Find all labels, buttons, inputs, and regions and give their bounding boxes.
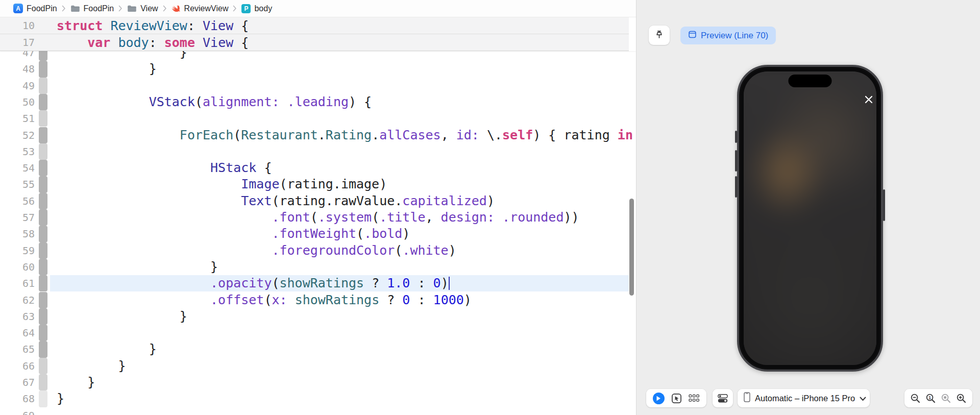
live-preview-button[interactable]: [653, 393, 665, 404]
line-number[interactable]: 67: [0, 374, 35, 390]
code-line-64[interactable]: 64: [0, 325, 629, 341]
chevron-down-icon: [860, 394, 866, 403]
fold-ribbon[interactable]: [39, 94, 47, 110]
code-line-63[interactable]: 63 }: [0, 308, 629, 325]
device-settings-button[interactable]: [713, 389, 733, 407]
code-text: var body: some View {: [57, 34, 249, 51]
fold-ribbon[interactable]: [39, 242, 47, 259]
preview-screen: [744, 71, 876, 365]
fold-ribbon[interactable]: [39, 209, 47, 226]
line-number[interactable]: 60: [0, 259, 35, 275]
line-number[interactable]: 49: [0, 78, 35, 94]
line-number[interactable]: 68: [0, 390, 35, 407]
breadcrumb-item-body[interactable]: Pbody: [241, 4, 272, 13]
sticky-declaration-header: 10struct ReviewView: View {17 var body: …: [0, 17, 636, 51]
code-line-10[interactable]: 10struct ReviewView: View {: [0, 17, 629, 34]
line-number[interactable]: 54: [0, 160, 35, 176]
line-number[interactable]: 48: [0, 61, 35, 77]
line-number[interactable]: 64: [0, 325, 35, 341]
line-number[interactable]: 57: [0, 209, 35, 226]
line-number[interactable]: 10: [0, 17, 35, 34]
fold-ribbon[interactable]: [39, 308, 47, 325]
fold-ribbon[interactable]: [39, 143, 47, 160]
breadcrumb-label: View: [140, 4, 158, 13]
code-line-57[interactable]: 57 .font(.system(.title, design: .rounde…: [0, 209, 629, 226]
line-number[interactable]: 51: [0, 110, 35, 127]
code-line-69[interactable]: 69: [0, 407, 629, 415]
preview-tab[interactable]: Preview (Line 70): [680, 27, 776, 44]
editor-scrollbar-thumb[interactable]: [629, 199, 634, 296]
code-line-67[interactable]: 67 }: [0, 374, 629, 390]
code-line-62[interactable]: 62 .offset(x: showRatings ? 0 : 1000): [0, 292, 629, 308]
code-line-59[interactable]: 59 .foregroundColor(.white): [0, 242, 629, 259]
fold-ribbon[interactable]: [39, 374, 47, 390]
fold-ribbon[interactable]: [39, 193, 47, 209]
selectable-mode-button[interactable]: [671, 393, 682, 404]
line-number[interactable]: 69: [0, 407, 35, 415]
line-number[interactable]: 61: [0, 275, 35, 291]
fold-ribbon[interactable]: [39, 341, 47, 357]
variants-mode-button[interactable]: [689, 394, 700, 403]
fold-ribbon[interactable]: [39, 292, 47, 308]
line-number[interactable]: 52: [0, 127, 35, 143]
breadcrumb-item-reviewview[interactable]: ReviewView: [172, 4, 229, 13]
breadcrumb-item-foodpin[interactable]: AFoodPin: [13, 4, 57, 13]
code-line-68[interactable]: 68}: [0, 390, 629, 407]
code-line-61[interactable]: 61 .opacity(showRatings ? 1.0 : 0): [0, 275, 629, 291]
line-number[interactable]: 65: [0, 341, 35, 357]
fold-ribbon[interactable]: [39, 61, 47, 77]
fold-ribbon[interactable]: [39, 390, 47, 407]
zoom-actual-size-button[interactable]: 1: [925, 393, 936, 404]
fold-ribbon[interactable]: [39, 259, 47, 275]
line-number[interactable]: 63: [0, 308, 35, 325]
code-line-50[interactable]: 50 VStack(alignment: .leading) {: [0, 94, 629, 110]
line-number[interactable]: 59: [0, 242, 35, 259]
breadcrumb-item-view[interactable]: View: [127, 4, 158, 13]
fold-ribbon[interactable]: [39, 160, 47, 176]
code-line-51[interactable]: 51: [0, 110, 629, 127]
code-text: HStack {: [57, 160, 272, 176]
fold-ribbon[interactable]: [39, 358, 47, 374]
code-line-56[interactable]: 56 Text(rating.rawValue.capitalized): [0, 193, 629, 209]
code-text: VStack(alignment: .leading) {: [57, 94, 372, 110]
line-number[interactable]: 66: [0, 358, 35, 374]
variants-grid-icon: [689, 394, 700, 403]
folder-icon: [70, 5, 80, 12]
code-line-58[interactable]: 58 .fontWeight(.bold): [0, 226, 629, 242]
fold-ribbon[interactable]: [39, 176, 47, 192]
zoom-to-fit-button[interactable]: [941, 393, 951, 404]
code-line-49[interactable]: 49: [0, 78, 629, 94]
fold-ribbon[interactable]: [39, 275, 47, 291]
fold-ribbon[interactable]: [39, 226, 47, 242]
line-number[interactable]: 58: [0, 226, 35, 242]
fold-ribbon[interactable]: [39, 325, 47, 341]
code-line-53[interactable]: 53: [0, 143, 629, 160]
zoom-in-button[interactable]: [956, 393, 967, 404]
code-area[interactable]: 47 }48 }4950 VStack(alignment: .leading)…: [0, 0, 629, 415]
code-line-65[interactable]: 65 }: [0, 341, 629, 357]
fold-ribbon[interactable]: [39, 78, 47, 94]
line-number[interactable]: 62: [0, 292, 35, 308]
code-line-54[interactable]: 54 HStack {: [0, 160, 629, 176]
fold-ribbon[interactable]: [39, 110, 47, 127]
pin-preview-button[interactable]: [649, 26, 670, 45]
line-number[interactable]: 17: [0, 34, 35, 51]
code-line-55[interactable]: 55 Image(rating.image): [0, 176, 629, 192]
fold-ribbon[interactable]: [39, 127, 47, 143]
preview-device-selector[interactable]: Automatic – iPhone 15 Pro: [738, 389, 870, 407]
code-line-52[interactable]: 52 ForEach(Restaurant.Rating.allCases, i…: [0, 127, 629, 143]
line-number[interactable]: 56: [0, 193, 35, 209]
line-number[interactable]: 55: [0, 176, 35, 192]
code-line-17[interactable]: 17 var body: some View {: [0, 34, 629, 51]
fold-ribbon[interactable]: [39, 34, 47, 51]
breadcrumb-item-foodpin[interactable]: FoodPin: [70, 4, 114, 13]
code-line-66[interactable]: 66 }: [0, 358, 629, 374]
code-line-48[interactable]: 48 }: [0, 61, 629, 77]
line-number[interactable]: 53: [0, 143, 35, 160]
close-preview-button[interactable]: [863, 94, 874, 105]
fold-ribbon[interactable]: [39, 407, 47, 415]
code-line-60[interactable]: 60 }: [0, 259, 629, 275]
line-number[interactable]: 50: [0, 94, 35, 110]
zoom-out-button[interactable]: [910, 393, 921, 404]
fold-ribbon[interactable]: [39, 17, 47, 34]
